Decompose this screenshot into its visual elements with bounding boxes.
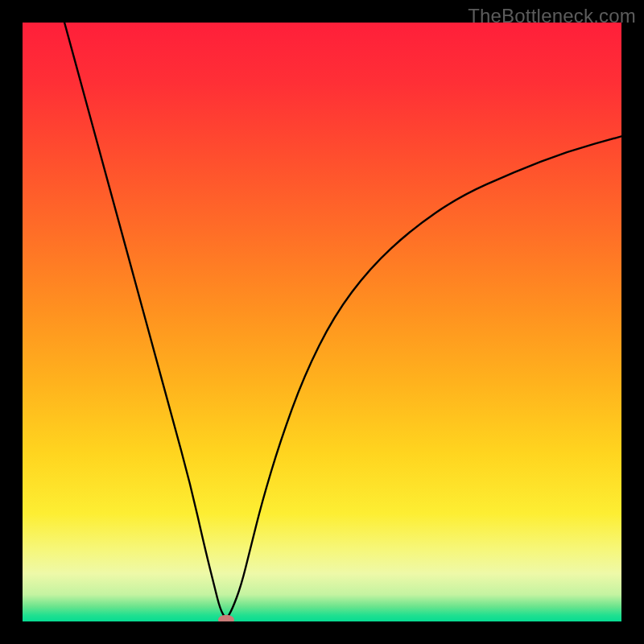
- chart-plot-area: [23, 23, 621, 621]
- chart-background: [23, 23, 621, 621]
- watermark-label: TheBottleneck.com: [468, 5, 636, 27]
- outer-frame: TheBottleneck.com: [0, 0, 644, 644]
- chart-svg: [23, 23, 621, 621]
